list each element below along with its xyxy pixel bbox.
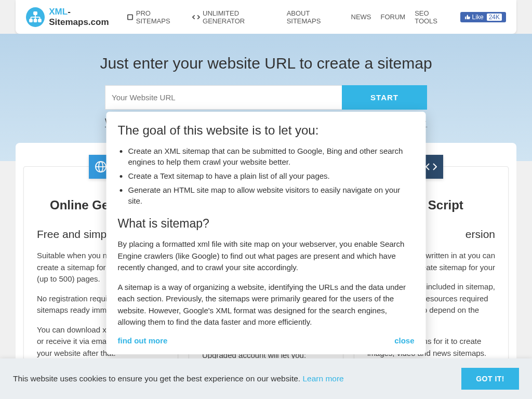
nav-news[interactable]: NEWS xyxy=(351,13,371,21)
got-it-button[interactable]: GOT IT! xyxy=(461,368,519,390)
logo[interactable]: XML-Sitemaps.com xyxy=(26,7,127,28)
nav-pro-sitemaps[interactable]: PRO SITEMAPS xyxy=(127,9,183,25)
cookie-text: This website uses cookies to ensure you … xyxy=(13,374,344,383)
nav-forum[interactable]: FORUM xyxy=(381,13,406,21)
list-item: Create a Text sitemap to have a plain li… xyxy=(128,170,415,181)
svg-rect-0 xyxy=(34,12,37,15)
nav-about[interactable]: ABOUT SITEMAPS xyxy=(287,9,342,25)
why-sitemap-popover: The goal of this website is to let you: … xyxy=(107,112,426,354)
url-input[interactable] xyxy=(105,85,342,110)
list-item: Create an XML sitemap that can be submit… xyxy=(128,145,415,167)
logo-icon xyxy=(26,7,45,27)
svg-rect-1 xyxy=(30,19,32,22)
logo-text: XML-Sitemaps.com xyxy=(49,7,127,28)
learn-more-link[interactable]: Learn more xyxy=(302,374,343,383)
svg-rect-10 xyxy=(128,15,132,19)
hero-title: Just enter your website URL to create a … xyxy=(53,55,479,72)
header: XML-Sitemaps.com PRO SITEMAPS UNLIMITED … xyxy=(16,0,516,34)
popover-subheading: What is sitemap? xyxy=(118,217,415,231)
close-link[interactable]: close xyxy=(394,336,414,345)
nav-unlimited[interactable]: UNLIMITED GENERATOR xyxy=(192,9,277,25)
popover-text: By placing a formatted xml file with sit… xyxy=(118,238,415,274)
nav-seo[interactable]: SEO TOOLS xyxy=(415,9,450,25)
popover-text: A sitemap is a way of organizing a websi… xyxy=(118,282,415,328)
find-out-more-link[interactable]: find out more xyxy=(118,336,168,345)
svg-rect-2 xyxy=(34,19,37,22)
cookie-banner: This website uses cookies to ensure you … xyxy=(0,358,532,399)
start-button[interactable]: START xyxy=(342,85,427,110)
svg-rect-3 xyxy=(38,19,41,22)
popover-heading: The goal of this website is to let you: xyxy=(118,123,415,138)
list-item: Generate an HTML site map to allow websi… xyxy=(128,184,415,206)
main-nav: PRO SITEMAPS UNLIMITED GENERATOR ABOUT S… xyxy=(127,9,506,25)
fb-like-button[interactable]: Like24K xyxy=(460,12,506,22)
